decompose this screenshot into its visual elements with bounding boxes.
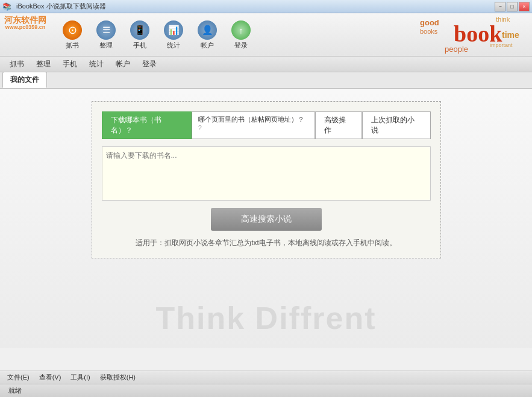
phone-icon: 📱 bbox=[130, 20, 149, 40]
minimize-button[interactable]: － bbox=[495, 2, 505, 11]
login-icon: ↑ bbox=[231, 20, 251, 40]
bg-watermark-text: Think Diffrent bbox=[156, 300, 377, 336]
nav-login[interactable]: 登录 bbox=[137, 58, 161, 70]
title-bar: 📚 iBookBox 小说抓取下载阅读器 － □ × bbox=[0, 0, 532, 13]
book-wordcloud: book good books people think time import… bbox=[418, 13, 532, 57]
toolbar: 河东软件网 www.pc0359.cn ⊙ 抓书 ☰ 整理 📱 手机 📊 统计 … bbox=[0, 13, 532, 57]
menu-license[interactable]: 获取授权(H) bbox=[95, 371, 140, 384]
search-tabs: 下载哪本书（书名）？ 哪个页面里的书（粘帖网页地址）？ ? 高级操作 上次抓取的… bbox=[102, 111, 431, 139]
nav-grab[interactable]: 抓书 bbox=[5, 58, 29, 70]
toolbar-phone-btn[interactable]: 📱 手机 bbox=[127, 20, 153, 50]
search-button[interactable]: 高速搜索小说 bbox=[211, 208, 322, 231]
nav-phone[interactable]: 手机 bbox=[58, 58, 82, 70]
status-bar: 就绪 bbox=[0, 384, 532, 397]
account-icon: 👤 bbox=[198, 20, 217, 40]
book-name-input[interactable] bbox=[102, 146, 431, 201]
wc-word-think: think bbox=[496, 16, 510, 23]
description-text: 适用于：抓取网页小说各章节汇总为txt电子书，本地离线阅读或存入手机中阅读。 bbox=[136, 238, 396, 248]
toolbar-grab-btn[interactable]: ⊙ 抓书 bbox=[59, 20, 86, 50]
wc-word-time: time bbox=[502, 30, 519, 40]
toolbar-login-btn[interactable]: ↑ 登录 bbox=[228, 20, 254, 50]
stats-icon: 📊 bbox=[164, 20, 183, 40]
title-text: iBookBox 小说抓取下载阅读器 bbox=[16, 2, 106, 11]
wc-word-books: books bbox=[420, 28, 437, 35]
grab-label: 抓书 bbox=[66, 41, 79, 50]
menu-file[interactable]: 文件(E) bbox=[2, 371, 34, 384]
search-tab-last[interactable]: 上次抓取的小说 bbox=[362, 111, 430, 139]
wc-word-people: people bbox=[445, 45, 468, 54]
search-tab-by-url[interactable]: 哪个页面里的书（粘帖网页地址）？ ? bbox=[192, 111, 316, 139]
phone-label: 手机 bbox=[133, 41, 146, 50]
maximize-button[interactable]: □ bbox=[507, 2, 518, 11]
search-tab-by-name[interactable]: 下载哪本书（书名）？ bbox=[102, 111, 192, 139]
bottom-menu-bar: 文件(E) 查看(V) 工具(I) 获取授权(H) bbox=[0, 370, 532, 384]
status-text: 就绪 bbox=[4, 384, 27, 397]
search-tab-advanced[interactable]: 高级操作 bbox=[315, 111, 362, 139]
nav-account[interactable]: 帐户 bbox=[111, 58, 135, 70]
tab-my-files[interactable]: 我的文件 bbox=[2, 72, 47, 88]
account-label: 帐户 bbox=[201, 41, 214, 50]
content-box: 下载哪本书（书名）？ 哪个页面里的书（粘帖网页地址）？ ? 高级操作 上次抓取的… bbox=[92, 101, 441, 258]
toolbar-organize-btn[interactable]: ☰ 整理 bbox=[93, 20, 119, 50]
tab-bar: 我的文件 bbox=[0, 72, 532, 89]
wc-word-good: good bbox=[420, 18, 439, 27]
organize-icon: ☰ bbox=[96, 20, 116, 40]
close-button[interactable]: × bbox=[519, 2, 530, 11]
menu-tools[interactable]: 工具(I) bbox=[66, 371, 95, 384]
wc-word-important: important bbox=[490, 42, 513, 48]
toolbar-account-btn[interactable]: 👤 帐户 bbox=[194, 20, 221, 50]
menu-view[interactable]: 查看(V) bbox=[34, 371, 66, 384]
toolbar-buttons: ⊙ 抓书 ☰ 整理 📱 手机 📊 统计 👤 帐户 ↑ 登录 bbox=[59, 18, 254, 50]
window-controls: － □ × bbox=[495, 2, 530, 11]
nav-organize[interactable]: 整理 bbox=[31, 58, 55, 70]
app-icon: 📚 bbox=[2, 2, 11, 11]
watermark-url: www.pc0359.cn bbox=[4, 24, 46, 31]
organize-label: 整理 bbox=[99, 41, 113, 50]
toolbar-stats-btn[interactable]: 📊 统计 bbox=[160, 20, 187, 50]
login-label: 登录 bbox=[234, 41, 248, 50]
stats-label: 统计 bbox=[167, 41, 180, 50]
nav-menu: 抓书 整理 手机 统计 帐户 登录 bbox=[0, 57, 532, 72]
watermark-site: 河东软件网 bbox=[4, 16, 46, 24]
nav-stats[interactable]: 统计 bbox=[84, 58, 108, 70]
watermark-logo: 河东软件网 www.pc0359.cn bbox=[1, 14, 49, 33]
main-area: Think Diffrent 下载哪本书（书名）？ 哪个页面里的书（粘帖网页地址… bbox=[0, 89, 532, 348]
grab-icon: ⊙ bbox=[63, 20, 82, 40]
